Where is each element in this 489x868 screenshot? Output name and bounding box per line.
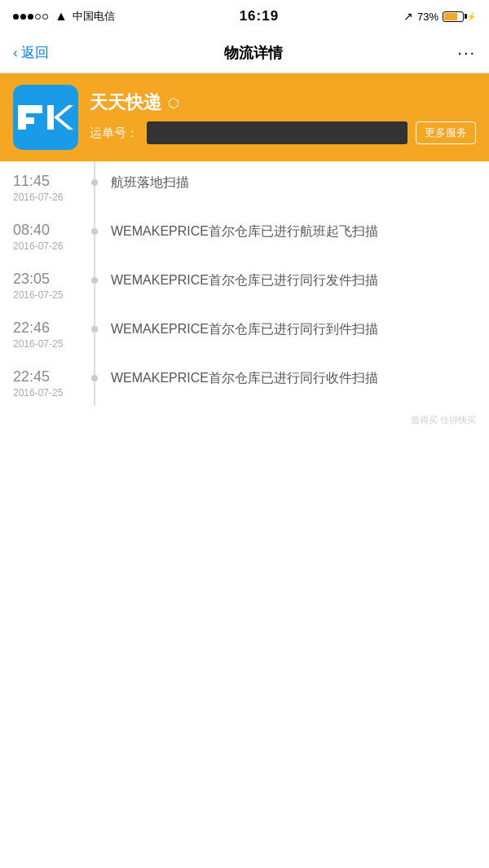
- dot-marker: [91, 277, 98, 284]
- page-title: 物流详情: [224, 43, 283, 63]
- time-text: 22:46: [13, 319, 86, 337]
- event-content: WEMAKEPRICE首尔仓库已进行航班起飞扫描: [103, 210, 476, 253]
- time-col: 22:462016-07-25: [13, 308, 86, 350]
- carrier-label: 中国电信: [73, 9, 115, 24]
- external-link-icon[interactable]: ⬡: [168, 95, 179, 111]
- courier-name-row: 天天快递 ⬡: [90, 90, 476, 115]
- time-text: 23:05: [13, 271, 86, 288]
- tracking-label: 运单号：: [90, 126, 139, 141]
- status-right: ↗ 73% ⚡: [403, 10, 476, 23]
- time-text: 08:40: [13, 222, 86, 239]
- battery-percent: 73%: [417, 11, 438, 23]
- status-bar: ▲ 中国电信 16:19 ↗ 73% ⚡: [0, 0, 489, 33]
- line-below: [94, 284, 95, 308]
- time-col: 11:452016-07-26: [13, 161, 86, 203]
- nav-bar: ‹ 返回 物流详情 ···: [0, 33, 489, 73]
- timeline-item: 22:462016-07-25WEMAKEPRICE首尔仓库已进行同行到件扫描: [0, 308, 489, 357]
- line-below: [94, 333, 95, 357]
- line-below: [94, 381, 95, 406]
- watermark-text: 值得买 佳得快买: [411, 414, 476, 430]
- signal-dots: [13, 14, 48, 20]
- time-col: 08:402016-07-26: [13, 210, 86, 252]
- line-above: [94, 308, 95, 326]
- dot-marker: [91, 326, 98, 333]
- more-service-button[interactable]: 更多服务: [416, 121, 476, 144]
- line-col: [86, 161, 103, 210]
- battery-indicator: ⚡: [443, 11, 476, 22]
- date-text: 2016-07-25: [13, 387, 86, 399]
- battery-fill: [444, 13, 457, 20]
- signal-dot-4: [35, 14, 41, 20]
- line-col: [86, 357, 103, 406]
- time-text: 22:45: [13, 368, 86, 386]
- watermark-area: 值得买 佳得快买: [0, 406, 489, 438]
- battery-icon: [443, 11, 464, 22]
- dot-marker: [91, 375, 98, 381]
- tracking-row: 运单号： 更多服务: [90, 121, 476, 144]
- back-button[interactable]: ‹ 返回: [13, 43, 49, 62]
- svg-marker-4: [54, 105, 73, 130]
- svg-rect-3: [47, 105, 54, 130]
- courier-info: 天天快递 ⬡ 运单号： 更多服务: [90, 90, 476, 144]
- more-button[interactable]: ···: [457, 43, 476, 62]
- back-chevron-icon: ‹: [13, 45, 18, 61]
- signal-dot-5: [42, 14, 48, 20]
- timeline-item: 08:402016-07-26WEMAKEPRICE首尔仓库已进行航班起飞扫描: [0, 210, 489, 259]
- location-icon: ↗: [403, 10, 413, 23]
- event-content: WEMAKEPRICE首尔仓库已进行同行收件扫描: [103, 357, 476, 399]
- courier-logo: [13, 85, 78, 150]
- event-content: WEMAKEPRICE首尔仓库已进行同行发件扫描: [103, 259, 476, 302]
- date-text: 2016-07-26: [13, 240, 86, 252]
- event-content: WEMAKEPRICE首尔仓库已进行同行到件扫描: [103, 308, 476, 350]
- wifi-icon: ▲: [55, 9, 68, 24]
- status-time: 16:19: [240, 8, 279, 24]
- timeline-item: 22:452016-07-25WEMAKEPRICE首尔仓库已进行同行收件扫描: [0, 357, 489, 406]
- signal-dot-2: [20, 14, 26, 20]
- line-below: [94, 186, 95, 210]
- timeline-item: 11:452016-07-26航班落地扫描: [0, 161, 489, 210]
- back-label: 返回: [21, 43, 49, 62]
- charging-icon: ⚡: [466, 12, 476, 21]
- line-above: [94, 161, 95, 179]
- time-col: 22:452016-07-25: [13, 357, 86, 399]
- courier-name: 天天快递: [90, 90, 161, 115]
- courier-header: 天天快递 ⬡ 运单号： 更多服务: [0, 73, 489, 161]
- dot-marker: [91, 228, 98, 235]
- time-text: 11:45: [13, 173, 86, 190]
- line-col: [86, 210, 103, 259]
- dot-marker: [91, 179, 98, 186]
- timeline: 11:452016-07-26航班落地扫描08:402016-07-26WEMA…: [0, 161, 489, 406]
- line-above: [94, 357, 95, 375]
- tracking-number-field: [147, 121, 408, 144]
- svg-rect-1: [18, 105, 42, 113]
- signal-dot-3: [28, 14, 33, 20]
- line-col: [86, 259, 103, 308]
- event-content: 航班落地扫描: [103, 161, 476, 204]
- date-text: 2016-07-25: [13, 289, 86, 301]
- signal-dot-1: [13, 14, 19, 20]
- line-below: [94, 235, 95, 259]
- line-col: [86, 308, 103, 357]
- courier-logo-svg: [18, 97, 73, 138]
- date-text: 2016-07-26: [13, 192, 86, 203]
- time-col: 23:052016-07-25: [13, 259, 86, 301]
- line-above: [94, 259, 95, 277]
- svg-rect-2: [18, 117, 34, 124]
- date-text: 2016-07-25: [13, 338, 86, 350]
- line-above: [94, 210, 95, 228]
- timeline-item: 23:052016-07-25WEMAKEPRICE首尔仓库已进行同行发件扫描: [0, 259, 489, 308]
- status-left: ▲ 中国电信: [13, 9, 115, 24]
